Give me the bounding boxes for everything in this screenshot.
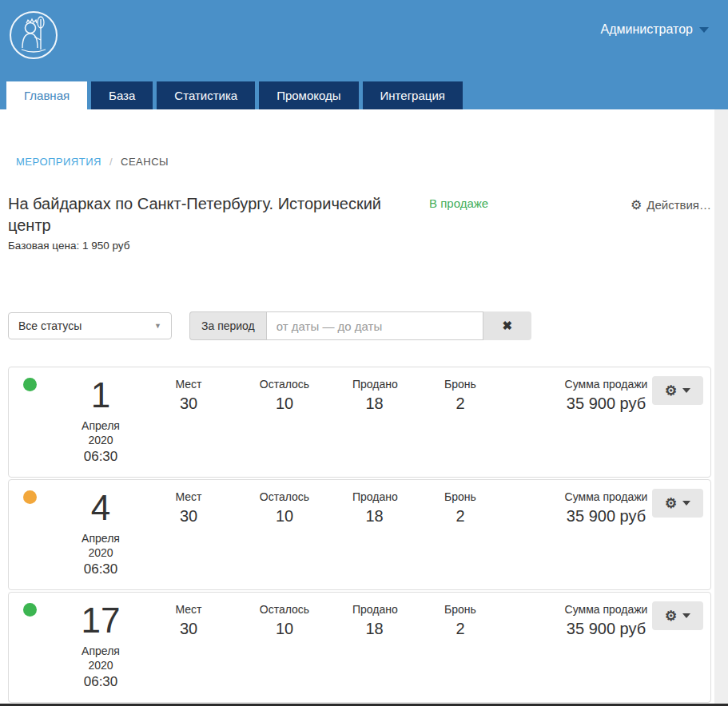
status-dot [23, 603, 37, 617]
user-menu-label: Администратор [601, 22, 693, 37]
session-left: Осталось10 [217, 593, 352, 702]
session-date: 17 Апреля 2020 06:30 [41, 593, 161, 702]
gear-icon: ⚙ [631, 199, 642, 212]
page: Администратор Главная База Статистика Пр… [0, 0, 728, 706]
period-date-input[interactable] [266, 311, 483, 340]
session-reserved: Бронь2 [396, 593, 524, 702]
session-list: 1 Апреля 2020 06:30 Мест30 Осталось10 Пр… [8, 367, 711, 706]
actions-button[interactable]: ⚙ Действия… [631, 198, 711, 212]
chevron-down-icon [682, 501, 690, 506]
chevron-down-icon [682, 388, 690, 393]
tab-glavnaya[interactable]: Главная [6, 81, 87, 109]
chevron-down-icon [699, 27, 709, 33]
select-caret-icon: ▼ [154, 322, 161, 330]
session-reserved: Бронь2 [396, 480, 524, 589]
session-time: 06:30 [41, 561, 161, 578]
session-day: 17 [41, 597, 161, 644]
session-day: 4 [41, 485, 161, 531]
status-dot [23, 490, 37, 504]
gear-icon: ⚙ [665, 609, 677, 623]
session-time: 06:30 [41, 448, 161, 466]
main-nav: Главная База Статистика Промокоды Интегр… [6, 81, 463, 109]
gear-icon: ⚙ [665, 384, 677, 398]
session-seats: Мест30 [161, 367, 217, 477]
kayaker-logo-icon [8, 10, 59, 61]
close-icon: ✖ [502, 319, 512, 333]
tab-integraciya[interactable]: Интеграция [363, 81, 463, 109]
session-month: Апреля [41, 644, 161, 658]
session-time: 06:30 [41, 673, 161, 691]
session-day: 1 [41, 372, 161, 418]
session-year: 2020 [41, 433, 161, 447]
status-dot [23, 378, 37, 391]
breadcrumb: МЕРОПРИЯТИЯ / СЕАНСЫ [16, 156, 169, 168]
filter-bar: Все статусы ▼ За период ✖ [8, 312, 711, 340]
session-left: Осталось10 [217, 480, 352, 589]
gear-icon: ⚙ [665, 497, 677, 510]
clear-filter-button[interactable]: ✖ [483, 311, 531, 340]
session-left: Осталось10 [217, 367, 352, 477]
session-date: 4 Апреля 2020 06:30 [41, 480, 161, 589]
session-seats: Мест30 [161, 480, 217, 589]
session-row: 17 Апреля 2020 06:30 Мест30 Осталось10 П… [8, 592, 711, 703]
status-filter-value: Все статусы [18, 319, 82, 332]
session-sold: Продано18 [352, 367, 396, 477]
page-title: На байдарках по Санкт-Петербургу. Истори… [8, 193, 412, 236]
session-year: 2020 [41, 658, 161, 672]
period-label: За период [189, 311, 266, 340]
breadcrumb-current-sessions: СЕАНСЫ [121, 156, 169, 168]
status-filter-select[interactable]: Все статусы ▼ [8, 312, 172, 339]
event-header: На байдарках по Санкт-Петербургу. Истори… [8, 193, 711, 236]
base-price: Базовая цена: 1 950 руб [8, 240, 129, 252]
session-actions-dropdown[interactable]: ⚙ [652, 376, 703, 405]
tab-promokody[interactable]: Промокоды [259, 81, 358, 109]
period-filter-group: За период ✖ [189, 311, 531, 340]
session-month: Апреля [41, 418, 161, 433]
page-background-gutter [714, 109, 728, 706]
session-sold: Продано18 [352, 593, 396, 702]
session-month: Апреля [41, 531, 161, 545]
tab-statistika[interactable]: Статистика [157, 81, 255, 109]
session-row: 1 Апреля 2020 06:30 Мест30 Осталось10 Пр… [8, 367, 711, 478]
session-date: 1 Апреля 2020 06:30 [41, 367, 161, 477]
breadcrumb-link-events[interactable]: МЕРОПРИЯТИЯ [16, 156, 101, 168]
chevron-down-icon [682, 613, 690, 618]
tab-baza[interactable]: База [91, 81, 153, 109]
session-sold: Продано18 [352, 480, 396, 589]
session-actions-dropdown[interactable]: ⚙ [652, 601, 703, 630]
session-year: 2020 [41, 545, 161, 560]
breadcrumb-separator: / [109, 156, 113, 168]
user-menu[interactable]: Администратор [601, 22, 709, 37]
session-seats: Мест30 [161, 593, 217, 702]
session-row: 4 Апреля 2020 06:30 Мест30 Осталось10 Пр… [8, 479, 711, 590]
actions-button-label: Действия… [646, 198, 711, 212]
session-actions-dropdown[interactable]: ⚙ [652, 489, 703, 518]
app-header: Администратор Главная База Статистика Пр… [0, 0, 728, 109]
session-reserved: Бронь2 [396, 367, 524, 477]
status-badge: В продаже [429, 196, 488, 210]
app-logo[interactable] [8, 10, 59, 61]
